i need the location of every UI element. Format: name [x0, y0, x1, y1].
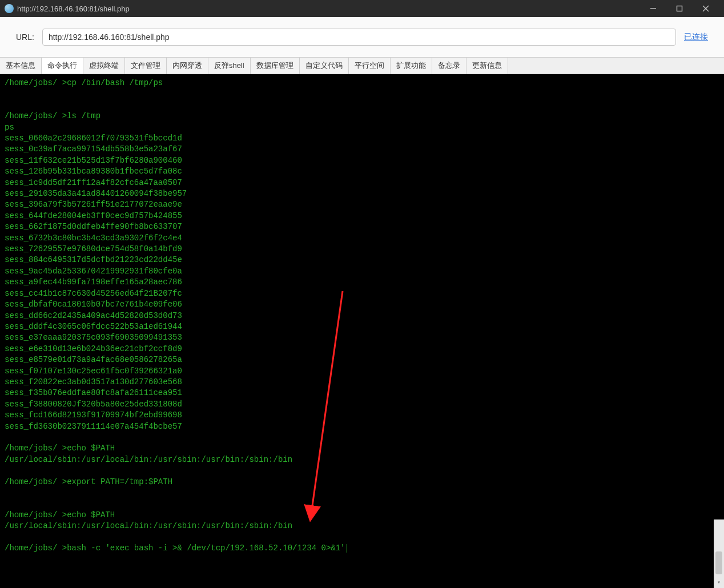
url-label: URL: — [16, 33, 34, 42]
terminal-line: sess_662f1875d0ddfeb4ffe90fb8bc633707 — [5, 221, 719, 232]
connected-status[interactable]: 已连接 — [684, 32, 708, 42]
terminal-line: sess_291035da3a41ad84401260094f38be957 — [5, 188, 719, 199]
window-controls — [645, 1, 719, 17]
terminal-line: sess_a9fec44b99fa7198effe165a28aec786 — [5, 277, 719, 288]
terminal-line: sess_884c6495317d5dcfbd21223cd22dd45e — [5, 255, 719, 265]
terminal-line: /home/jobs/ >bash -c 'exec bash -i >& /d… — [5, 543, 719, 554]
terminal-line: /home/jobs/ >cp /bin/bash /tmp/ps — [5, 78, 719, 88]
terminal-line: sess_f07107e130c25ec61f5c0f39266321a0 — [5, 366, 719, 377]
terminal-line — [5, 100, 719, 111]
terminal-line: sess_72629557e97680dce754d58f0a14bfd9 — [5, 244, 719, 255]
tab-7[interactable]: 自定义代码 — [300, 58, 349, 74]
terminal-line: sess_9ac45da25336704219992931f80cfe0a — [5, 266, 719, 277]
terminal-line — [5, 532, 719, 543]
scrollbar[interactable]: ▾ — [714, 519, 724, 588]
terminal-line: sess_e6e310d13e6b024b36ec21cbf2ccf8d9 — [5, 344, 719, 355]
terminal-line: sess_f38800820Jf320b5a80e25ded331808d — [5, 399, 719, 410]
scroll-down-button[interactable]: ▾ — [714, 578, 724, 588]
terminal-line: sess_cc41b1c87c630d45256ed64f21B207fc — [5, 288, 719, 299]
terminal-line: sess_0c39af7aca997154db558b3e5a23af67 — [5, 144, 719, 155]
terminal-line: sess_e8579e01d73a9a4fac68e0586278265a — [5, 355, 719, 365]
svg-rect-1 — [677, 6, 682, 11]
terminal-line: sess_11f632ce21b525d13f7bf6280a900460 — [5, 155, 719, 166]
terminal-line: sess_f35b076eddfae80fc8afa26111cea951 — [5, 388, 719, 398]
tab-bar: 基本信息命令执行虚拟终端文件管理内网穿透反弹shell数据库管理自定义代码平行空… — [0, 57, 724, 74]
terminal-line: sess_fcd166d82193f91709974bf2ebd99698 — [5, 410, 719, 421]
terminal-line — [5, 498, 719, 509]
terminal-line: /home/jobs/ >export PATH=/tmp:$PATH — [5, 477, 719, 488]
terminal-line: /home/jobs/ >ls /tmp — [5, 111, 719, 122]
tab-6[interactable]: 数据库管理 — [251, 58, 300, 74]
terminal-line: ps — [5, 122, 719, 133]
close-button[interactable] — [698, 1, 714, 17]
tab-4[interactable]: 内网穿透 — [167, 58, 208, 74]
terminal-line: sess_f20822ec3ab0d3517a130d277603e568 — [5, 377, 719, 388]
terminal-line: sess_0660a2c29686012f70793531f5bccd1d — [5, 133, 719, 144]
tab-9[interactable]: 扩展功能 — [391, 58, 432, 74]
terminal-cursor — [347, 544, 347, 553]
terminal-line: sess_dd66c2d2435a409ac4d52820d53d0d73 — [5, 311, 719, 321]
terminal-line: /home/jobs/ >echo $PATH — [5, 510, 719, 521]
url-toolbar: URL: 已连接 — [0, 17, 724, 57]
tab-3[interactable]: 文件管理 — [125, 58, 167, 74]
terminal-output[interactable]: /home/jobs/ >cp /bin/bash /tmp/ps/home/j… — [0, 74, 724, 588]
url-input[interactable] — [42, 29, 676, 46]
tab-8[interactable]: 平行空间 — [349, 58, 391, 74]
tab-11[interactable]: 更新信息 — [466, 58, 508, 74]
terminal-line: sess_dbfaf0ca18010b07bc7e761b4e09fe06 — [5, 299, 719, 310]
terminal-line: sess_396a79f3b57261ff51e2177072eaae9e — [5, 199, 719, 210]
terminal-line: /usr/local/sbin:/usr/local/bin:/usr/sbin… — [5, 521, 719, 531]
terminal-line: sess_1c9dd5df21ff12a4f82cfc6a47aa0507 — [5, 178, 719, 188]
terminal-line — [5, 488, 719, 498]
terminal-line — [5, 465, 719, 476]
terminal-line — [5, 432, 719, 443]
terminal-line: sess_6732b3c80bc3b4c3cd3a9302f6f2c4e4 — [5, 233, 719, 244]
tab-5[interactable]: 反弹shell — [208, 58, 251, 74]
terminal-line: sess_dddf4c3065c06fdcc522b53a1ed61944 — [5, 321, 719, 332]
terminal-line: sess_fd3630b0237911114e07a454f4bcbe57 — [5, 421, 719, 432]
terminal-line: /home/jobs/ >echo $PATH — [5, 443, 719, 454]
terminal-line: sess_644fde28004eb3ff0cec9d757b424855 — [5, 211, 719, 221]
maximize-button[interactable] — [671, 1, 687, 17]
terminal-line: sess_e37eaaa920375c093f69035099491353 — [5, 332, 719, 343]
minimize-button[interactable] — [645, 1, 661, 17]
tab-2[interactable]: 虚拟终端 — [83, 58, 125, 74]
scrollbar-thumb[interactable] — [715, 551, 722, 574]
terminal-line: /usr/local/sbin:/usr/local/bin:/usr/sbin… — [5, 454, 719, 465]
title-bar: http://192.168.46.160:81/shell.php — [0, 0, 724, 17]
tab-10[interactable]: 备忘录 — [432, 58, 466, 74]
tab-0[interactable]: 基本信息 — [0, 58, 42, 74]
globe-icon — [5, 4, 14, 13]
terminal-line: sess_126b95b331bca89380b1fbec5d7fa08c — [5, 166, 719, 177]
terminal-line — [5, 88, 719, 99]
window-title: http://192.168.46.160:81/shell.php — [17, 5, 645, 13]
tab-1[interactable]: 命令执行 — [42, 58, 83, 74]
